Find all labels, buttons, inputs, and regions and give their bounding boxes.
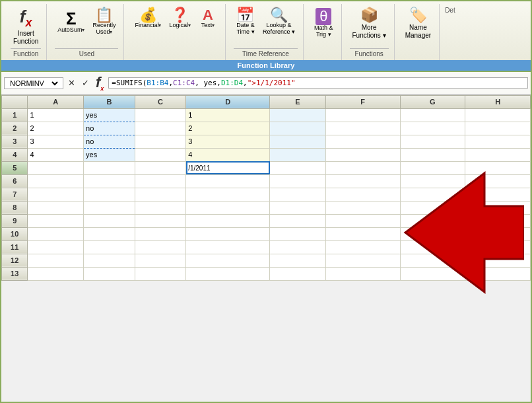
formula-arg2: C1:C4 [173, 79, 195, 87]
recently-used-button[interactable]: 📋 Recently Used▾ [90, 7, 118, 37]
cell-g1[interactable] [400, 108, 465, 122]
cell-d1[interactable]: 1 [186, 108, 270, 122]
cell-b4[interactable]: yes [84, 148, 135, 161]
cell-g4[interactable] [400, 148, 465, 161]
text-button[interactable]: A Text▾ [196, 7, 220, 30]
formula-arg4: ">1/1/2011" [248, 79, 296, 87]
row-header-13: 13 [2, 267, 28, 280]
col-header-a[interactable]: A [28, 95, 84, 108]
cell-h3[interactable] [465, 135, 531, 148]
name-manager-group: 🏷️ Name Manager [397, 4, 440, 60]
cell-b5[interactable] [84, 161, 135, 174]
financial-button[interactable]: 💰 Financial▾ [132, 7, 164, 30]
theta-icon: θ [316, 8, 331, 25]
formula-sep1: , [168, 79, 173, 87]
cell-f1[interactable] [325, 108, 400, 122]
cell-g2[interactable] [400, 122, 465, 135]
cell-g6[interactable] [400, 174, 465, 188]
table-row: 11 [2, 240, 531, 254]
formula-sep3: , [243, 79, 248, 87]
formula-arg3: D1:D4 [221, 79, 243, 87]
math-trig-button[interactable]: θ Math & Trig ▾ [312, 7, 336, 40]
row-header-1: 1 [2, 108, 28, 122]
cell-h4[interactable] [465, 148, 531, 161]
table-row: 6 [2, 174, 531, 188]
cell-b2[interactable]: no [84, 122, 135, 135]
cell-h6[interactable] [465, 174, 531, 188]
formula-sep2: , yes, [195, 79, 221, 87]
cell-f4[interactable] [325, 148, 400, 161]
col-header-g[interactable]: G [400, 95, 465, 108]
row-header-11: 11 [2, 240, 28, 254]
cell-g3[interactable] [400, 135, 465, 148]
cell-f2[interactable] [325, 122, 400, 135]
cell-c5[interactable] [135, 161, 186, 174]
lookup-reference-button[interactable]: 🔍 Lookup & Reference ▾ [260, 7, 298, 37]
cell-e4[interactable] [270, 148, 326, 161]
math-trig-group: θ Math & Trig ▾ [306, 4, 342, 60]
name-box-select[interactable]: NORMINV [7, 79, 60, 88]
cell-c3[interactable] [135, 135, 186, 148]
cell-b3[interactable]: no [84, 135, 135, 148]
cell-h2[interactable] [465, 122, 531, 135]
col-header-f[interactable]: F [325, 95, 400, 108]
col-header-c[interactable]: C [135, 95, 186, 108]
cell-c1[interactable] [135, 108, 186, 122]
cell-a2[interactable]: 2 [28, 122, 84, 135]
cell-a3[interactable]: 3 [28, 135, 84, 148]
cell-a4[interactable]: 4 [28, 148, 84, 161]
cell-a5[interactable] [28, 161, 84, 174]
autosum-button[interactable]: Σ AutoSum▾ [55, 9, 87, 35]
cell-f3[interactable] [325, 135, 400, 148]
financial-logical-text-group: 💰 Financial▾ ❓ Logical▾ A Text▾ [127, 4, 226, 60]
name-manager-button[interactable]: 🏷️ Name Manager [403, 7, 434, 41]
sheet-table: A B C D E F G H 1 1 yes 1 [1, 95, 531, 281]
cell-c4[interactable] [135, 148, 186, 161]
cell-e2[interactable] [270, 122, 326, 135]
logical-button[interactable]: ❓ Logical▾ [166, 7, 193, 30]
spreadsheet: A B C D E F G H 1 1 yes 1 [1, 95, 531, 402]
cell-h1[interactable] [465, 108, 531, 122]
cancel-icon[interactable]: ✕ [66, 77, 77, 89]
cell-f6[interactable] [325, 174, 400, 188]
app-window: fx Insert Function Function Σ AutoSum▾ 📋… [0, 0, 532, 403]
cell-d4[interactable]: 4 [186, 148, 270, 161]
cell-f5[interactable] [325, 161, 400, 174]
autosum-group: Σ AutoSum▾ 📋 Recently Used▾ Used [50, 4, 124, 60]
date-time-button[interactable]: 📅 Date & Time ▾ [234, 7, 257, 37]
cell-e3[interactable] [270, 135, 326, 148]
cell-c6[interactable] [135, 174, 186, 188]
insert-function-formula-icon[interactable]: fx [94, 73, 106, 92]
cell-b6[interactable] [84, 174, 135, 188]
formula-bar: NORMINV ✕ ✓ fx =SUMIFS(B1:B4, C1:C4, yes… [1, 72, 531, 94]
cell-h5[interactable] [465, 161, 531, 174]
cell-d5[interactable]: /1/2011 [186, 161, 270, 174]
cell-e5[interactable] [270, 161, 326, 174]
row-header-2: 2 [2, 122, 28, 135]
autosum-row: Σ AutoSum▾ 📋 Recently Used▾ [55, 7, 118, 37]
more-functions-button[interactable]: 📦 More Functions ▾ [350, 7, 389, 41]
cell-a6[interactable] [28, 174, 84, 188]
col-header-b[interactable]: B [84, 95, 135, 108]
confirm-icon[interactable]: ✓ [80, 77, 91, 89]
row-header-6: 6 [2, 174, 28, 188]
cell-e6[interactable] [270, 174, 326, 188]
cell-d6[interactable] [186, 174, 270, 188]
col-header-d[interactable]: D [186, 95, 270, 108]
col-header-e[interactable]: E [270, 95, 326, 108]
table-row: 5 /1/2011 [2, 161, 531, 174]
function-section-label: Function [11, 48, 41, 57]
col-header-h[interactable]: H [465, 95, 531, 108]
cell-d3[interactable]: 3 [186, 135, 270, 148]
more-functions-group: 📦 More Functions ▾ Functions [345, 4, 395, 60]
cell-g5[interactable] [400, 161, 465, 174]
cell-b1[interactable]: yes [84, 108, 135, 122]
row-header-4: 4 [2, 148, 28, 161]
cell-e1[interactable] [270, 108, 326, 122]
insert-function-button[interactable]: fx Insert Function [11, 7, 41, 47]
cell-a1[interactable]: 1 [28, 108, 84, 122]
row-header-7: 7 [2, 188, 28, 201]
name-box[interactable]: NORMINV [4, 77, 63, 89]
cell-d2[interactable]: 2 [186, 122, 270, 135]
cell-c2[interactable] [135, 122, 186, 135]
